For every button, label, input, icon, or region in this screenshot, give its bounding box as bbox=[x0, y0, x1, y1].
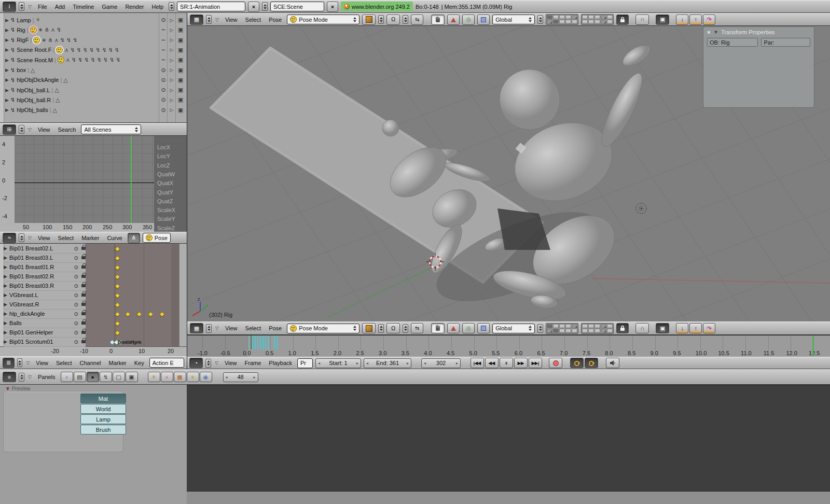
layer-cell[interactable] bbox=[594, 15, 600, 19]
keyframe-diamond[interactable]: ◆ bbox=[115, 329, 119, 336]
timeline-editor-button-spinner[interactable] bbox=[205, 359, 211, 368]
visibility-anim-icon[interactable]: ∼ bbox=[160, 45, 167, 55]
expand-triangle-icon[interactable]: ▶ bbox=[4, 274, 7, 279]
selectability-arrow-icon[interactable]: ▷ bbox=[168, 55, 175, 65]
channel-visibility-eye-icon[interactable]: ⊙ bbox=[74, 264, 78, 270]
transform-properties-panel[interactable]: × ▼ Transform Properties OB: Rig Par: bbox=[703, 27, 814, 107]
expand-triangle-icon[interactable]: ▶ bbox=[4, 330, 7, 335]
renderability-icon[interactable]: ▣ bbox=[177, 45, 184, 55]
info-editor-button[interactable]: i bbox=[3, 2, 16, 12]
menu-search[interactable]: Search bbox=[56, 127, 79, 133]
visibility-anim-icon[interactable]: ∼ bbox=[160, 25, 167, 35]
record-button[interactable] bbox=[549, 358, 562, 368]
ipo-channel-quatw[interactable]: QuatW bbox=[157, 171, 175, 177]
expand-triangle-icon[interactable]: ▶ bbox=[5, 27, 9, 33]
outliner-item-hlpobjdickangle[interactable]: ▶↯hlpObjDickAngle|△ bbox=[5, 75, 68, 85]
layer-cell[interactable] bbox=[553, 15, 559, 19]
spin-up-icon[interactable] bbox=[208, 324, 211, 328]
layer-cell[interactable] bbox=[547, 329, 552, 333]
layer-cell[interactable] bbox=[559, 324, 565, 328]
logic-button[interactable]: ◖ bbox=[61, 372, 73, 382]
menu-add[interactable]: Add bbox=[52, 4, 68, 10]
ipo-type-icon-button[interactable]: ⋔ bbox=[128, 233, 140, 243]
keyframe-diamond[interactable]: ◆ bbox=[115, 311, 119, 317]
channel-lock-icon[interactable] bbox=[81, 312, 86, 315]
info-editor-button-spinner[interactable] bbox=[19, 2, 24, 11]
mode-dropdown[interactable]: Pose Mode bbox=[287, 324, 359, 333]
expand-triangle-icon[interactable]: ▶ bbox=[5, 47, 9, 52]
channel-visibility-eye-icon[interactable]: ⊙ bbox=[74, 339, 78, 345]
expand-triangle-icon[interactable]: ▶ bbox=[5, 18, 9, 23]
menu-select[interactable]: Select bbox=[53, 360, 75, 366]
proportional-edit-button[interactable]: ⇆ bbox=[411, 15, 423, 25]
layer-cell[interactable] bbox=[594, 324, 600, 328]
pivot-button[interactable]: Ω bbox=[386, 15, 400, 25]
selectability-arrow-icon[interactable]: ▷ bbox=[168, 85, 175, 95]
end-frame-field[interactable]: ◂End: 361▸ bbox=[364, 358, 411, 368]
layer-buttons-group-2[interactable] bbox=[581, 323, 614, 334]
action-editor-button[interactable]: ≣ bbox=[3, 358, 15, 368]
menu-view[interactable]: View bbox=[35, 127, 53, 133]
layer-cell[interactable] bbox=[565, 329, 571, 333]
ob-field[interactable]: OB: Rig bbox=[707, 38, 758, 47]
orientation-spinner[interactable] bbox=[537, 15, 543, 24]
action-keyframe-lane[interactable]: ◆◆◆◆◆◆◆◆◆◆◆◆◆◆◆◆◆◆BeseeBatRigents bbox=[86, 244, 179, 346]
right-arrow-icon[interactable]: ▸ bbox=[356, 361, 358, 366]
viewport-3d[interactable]: z (302) Rig × ▼ Transform Properties OB:… bbox=[187, 26, 830, 321]
lamp-button[interactable]: ☀ bbox=[148, 372, 160, 382]
selectability-arrow-icon[interactable]: ▷ bbox=[168, 105, 175, 115]
menu-timeline[interactable]: Timeline bbox=[70, 4, 96, 10]
spin-up-icon[interactable] bbox=[380, 16, 383, 19]
spin-up-icon[interactable] bbox=[208, 16, 211, 19]
layer-cell[interactable] bbox=[601, 324, 606, 328]
layer-cell[interactable] bbox=[553, 20, 559, 24]
collapse-arrow-icon[interactable]: ▽ bbox=[27, 235, 33, 241]
channel-visibility-eye-icon[interactable]: ⊙ bbox=[74, 311, 78, 317]
outliner-item-scene-root-m[interactable]: ▶↯Scene Root.M|⋏↯↯↯↯↯↯↯↯ bbox=[5, 55, 121, 65]
keyframe-diamond[interactable]: ◆ bbox=[115, 255, 119, 261]
collapse-arrow-icon[interactable]: ▽ bbox=[214, 17, 220, 22]
visibility-anim-icon[interactable]: ∼ bbox=[160, 55, 167, 65]
outliner-panel[interactable]: ▶↯Lamp|☀⊙▷▣▶↯Rig|∗⋔⋏↯∼▷▣▶↯RigF|∗⋔⋏↯↯↯∼▷▣… bbox=[0, 13, 187, 123]
auto-key-button[interactable] bbox=[570, 358, 584, 368]
visibility-eye-icon[interactable]: ⊙ bbox=[160, 95, 167, 105]
frame-number-field[interactable]: ◂48▸ bbox=[223, 372, 258, 382]
channel-lock-icon[interactable] bbox=[81, 275, 86, 278]
keyframe-diamond[interactable]: ◆ bbox=[115, 320, 119, 327]
ipo-editor-button-spinner[interactable] bbox=[19, 233, 24, 242]
action-editor-type-dropdown[interactable]: Action E bbox=[149, 358, 184, 368]
timeline-marker-line[interactable] bbox=[257, 335, 258, 349]
object-button[interactable]: ↯ bbox=[100, 372, 112, 382]
expand-triangle-icon[interactable]: ▶ bbox=[5, 107, 9, 113]
spin-down-icon[interactable] bbox=[539, 20, 542, 24]
outliner-item-rigf[interactable]: ▶↯RigF|∗⋔⋏↯↯↯ bbox=[5, 35, 77, 45]
menu-view[interactable]: View bbox=[35, 235, 53, 241]
mode-dropdown[interactable]: Pose Mode bbox=[287, 15, 359, 24]
layer-cell[interactable] bbox=[559, 20, 565, 24]
expand-triangle-icon[interactable]: ▶ bbox=[4, 255, 7, 260]
collapse-arrow-icon[interactable]: ▽ bbox=[214, 326, 220, 331]
layer-buttons-group-1[interactable] bbox=[546, 14, 578, 25]
expand-triangle-icon[interactable]: ▶ bbox=[4, 292, 7, 298]
channel-lock-icon[interactable] bbox=[81, 303, 86, 306]
layer-cell[interactable] bbox=[588, 15, 594, 19]
visibility-eye-icon[interactable]: ⊙ bbox=[160, 105, 167, 115]
expand-triangle-icon[interactable]: ▶ bbox=[4, 339, 7, 344]
expand-triangle-icon[interactable]: ▶ bbox=[5, 37, 9, 43]
selectability-arrow-icon[interactable]: ▷ bbox=[168, 45, 175, 55]
window-divider[interactable] bbox=[187, 13, 187, 369]
visibility-anim-icon[interactable]: ∼ bbox=[160, 35, 167, 45]
layer-cell[interactable] bbox=[607, 15, 613, 19]
renderability-icon[interactable]: ▣ bbox=[177, 25, 184, 35]
spin-up-icon[interactable] bbox=[539, 324, 542, 328]
world-button[interactable]: ◉ bbox=[200, 372, 212, 382]
outliner-item-rig[interactable]: ▶↯Rig|∗⋔⋏↯ bbox=[5, 25, 61, 35]
pivot-spinner[interactable] bbox=[403, 15, 408, 24]
spin-down-icon[interactable] bbox=[20, 377, 23, 381]
menu-marker[interactable]: Marker bbox=[106, 360, 129, 366]
layer-cell[interactable] bbox=[553, 324, 559, 328]
preview-brush-button[interactable]: Brush bbox=[80, 425, 126, 435]
collapse-arrow-icon[interactable]: ▽ bbox=[25, 360, 31, 366]
spin-down-icon[interactable] bbox=[539, 329, 542, 332]
ipo-current-frame-line[interactable] bbox=[131, 136, 132, 223]
